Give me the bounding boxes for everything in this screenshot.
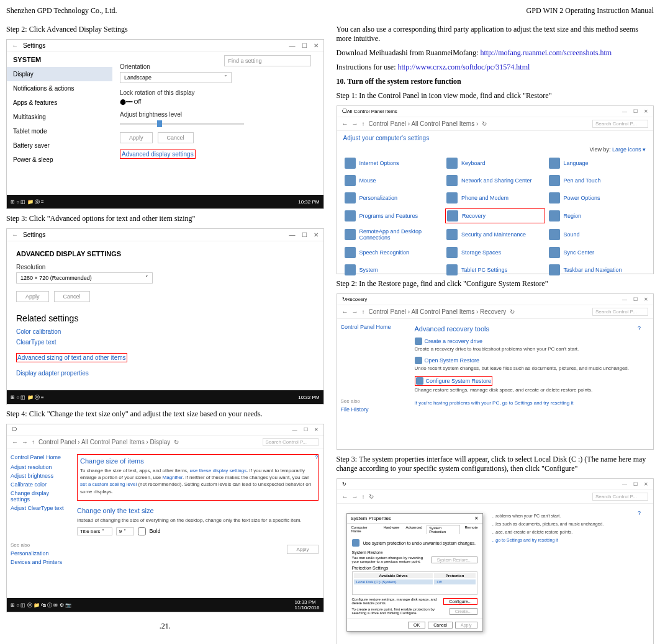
cp-item-network-and-sharing-center[interactable]: Network and Sharing Center [445,174,545,187]
cp-item-sound[interactable]: Sound [548,227,648,242]
search-input[interactable]: Search Control P... [592,120,648,128]
sidebar-item-multitasking[interactable]: Multitasking [7,110,112,124]
file-history-link[interactable]: File History [341,406,399,413]
cleartype-link[interactable]: Adjust ClearType text [11,505,68,511]
ok-button[interactable]: OK [408,622,425,628]
cancel-button[interactable]: Cancel [428,622,453,628]
cp-item-programs-and-features[interactable]: Programs and Features [343,208,443,223]
recovery-link[interactable]: Configure System Restore [415,376,493,386]
close-icon[interactable]: ✕ [314,42,319,49]
search-input[interactable]: Search Control P... [592,308,648,316]
advanced-display-link[interactable]: Advanced display settings [120,150,196,159]
magnifier-link[interactable]: Magnifier [163,475,183,480]
maximize-icon[interactable]: ☐ [633,481,638,487]
color-calibration-link[interactable]: Color calibration [16,328,314,335]
nav-up-icon[interactable]: ↑ [362,493,365,500]
cp-item-phone-and-modem[interactable]: Phone and Modem [445,191,545,205]
refresh-icon[interactable]: ↻ [510,308,515,315]
minimize-icon[interactable]: — [289,231,296,238]
tab-advanced[interactable]: Advanced [404,525,424,534]
close-icon[interactable]: ✕ [314,427,319,432]
cp-home-link[interactable]: Control Panel Home [341,324,399,330]
apply-button[interactable]: Apply [120,132,153,143]
search-input[interactable]: Find a setting [224,55,311,66]
personalization-link[interactable]: Personalization [11,550,68,557]
minimize-icon[interactable]: — [622,109,627,114]
cp-item-pen-and-touch[interactable]: Pen and Touch [548,174,648,187]
help-icon[interactable]: ? [638,510,641,516]
breadcrumb[interactable]: Control Panel › All Control Panel Items … [38,439,170,445]
configure-button[interactable]: Configure... [443,598,477,605]
nav-up-icon[interactable]: ↑ [32,439,35,445]
cp-item-system[interactable]: System [343,263,443,277]
nav-fwd-icon[interactable]: → [352,120,358,127]
taskbar-left[interactable]: ⊞ ○ ◫ 📁 ⓔ ≡ [11,394,44,401]
bold-checkbox[interactable] [138,527,146,535]
tab-hardware[interactable]: Hardware [381,525,401,534]
viewby-select[interactable]: Large icons ▾ [612,146,646,153]
custom-scaling-link[interactable]: set a custom scaling level [80,481,137,487]
sidebar-item-display[interactable]: Display [7,67,112,81]
refresh-icon[interactable]: ↻ [482,120,487,127]
adjust-brightness-link[interactable]: Adjust brightness [11,473,68,479]
advanced-sizing-link[interactable]: Advanced sizing of text and other items [16,353,127,362]
drives-table[interactable]: Available DrivesProtection Local Disk (C… [352,571,477,595]
search-input[interactable]: Search Control P... [592,493,648,501]
calibrate-color-link[interactable]: Calibrate color [11,481,68,488]
display-settings-link[interactable]: use these display settings [190,468,247,473]
sidebar-item-battery[interactable]: Battery saver [7,138,112,153]
recovery-link[interactable]: Open System Restore [415,357,641,364]
minimize-icon[interactable]: — [622,481,627,487]
close-icon[interactable]: ✕ [474,516,479,521]
reset-note[interactable]: If you're having problems with your PC, … [415,400,641,406]
maximize-icon[interactable]: ☐ [302,231,307,238]
cp-item-remoteapp-and-desktop-connections[interactable]: RemoteApp and Desktop Connections [343,227,443,242]
tab-remote[interactable]: Remote [463,525,479,534]
cp-item-mouse[interactable]: Mouse [343,174,443,187]
cancel-button[interactable]: Cancel [158,132,194,143]
nav-fwd-icon[interactable]: → [352,308,358,315]
change-display-link[interactable]: Change display settings [11,490,68,503]
minimize-icon[interactable]: — [622,297,627,302]
back-icon[interactable]: ← [12,42,18,49]
search-input[interactable]: Search Control P... [263,438,319,446]
close-icon[interactable]: ✕ [644,297,648,302]
breadcrumb[interactable]: Control Panel › All Control Panel Items … [369,308,507,315]
cp-item-tablet-pc-settings[interactable]: Tablet PC Settings [445,263,545,277]
maximize-icon[interactable]: ☐ [302,42,307,49]
nav-back-icon[interactable]: ← [342,308,348,315]
minimize-icon[interactable]: — [292,427,297,432]
cp-item-keyboard[interactable]: Keyboard [445,156,545,170]
crxz-link[interactable]: http://www.crxz.com/softdoc/pc/31574.htm… [397,63,530,71]
apply-button[interactable]: Apply [455,622,477,628]
apply-button[interactable]: Apply [287,545,318,554]
ruanmei-link[interactable]: http://mofang.ruanmei.com/screenshots.ht… [480,48,612,57]
cp-item-sync-center[interactable]: Sync Center [548,246,648,259]
tab-computer-name[interactable]: Computer Name [350,525,379,534]
cp-item-storage-spaces[interactable]: Storage Spaces [445,246,545,259]
cp-item-language[interactable]: Language [548,156,648,170]
nav-up-icon[interactable]: ↑ [362,120,365,127]
resolution-dropdown[interactable]: 1280 × 720 (Recommended)˅ [16,272,153,284]
item-select[interactable]: Title bars ˅ [77,527,112,535]
cp-home-link[interactable]: Control Panel Home [11,454,68,460]
cp-item-security-and-maintenance[interactable]: Security and Maintenance [445,227,545,242]
cp-item-recovery[interactable]: Recovery [445,208,545,223]
recovery-link[interactable]: Create a recovery drive [415,338,641,345]
nav-back-icon[interactable]: ← [342,493,348,500]
back-icon[interactable]: ← [12,231,18,238]
orientation-dropdown[interactable]: Landscape˅ [120,72,232,83]
td-drive[interactable]: Local Disk (C:) (System) [354,579,433,584]
nav-fwd-icon[interactable]: → [352,493,358,500]
create-button[interactable]: Create... [450,608,477,615]
minimize-icon[interactable]: — [289,42,296,49]
cp-item-taskbar-and-navigation[interactable]: Taskbar and Navigation [548,263,648,277]
apply-button[interactable]: Apply [16,291,49,302]
cancel-button[interactable]: Cancel [54,291,90,302]
close-icon[interactable]: ✕ [644,481,648,487]
maximize-icon[interactable]: ☐ [633,297,638,302]
maximize-icon[interactable]: ☐ [633,109,638,114]
taskbar-left[interactable]: ⊞ ○ ◫ ⓔ 📁 🛍 ⓘ ✉ ⚙ 📷 [11,602,71,609]
cp-item-speech-recognition[interactable]: Speech Recognition [343,246,443,259]
size-select[interactable]: 9 ˅ [116,527,134,535]
